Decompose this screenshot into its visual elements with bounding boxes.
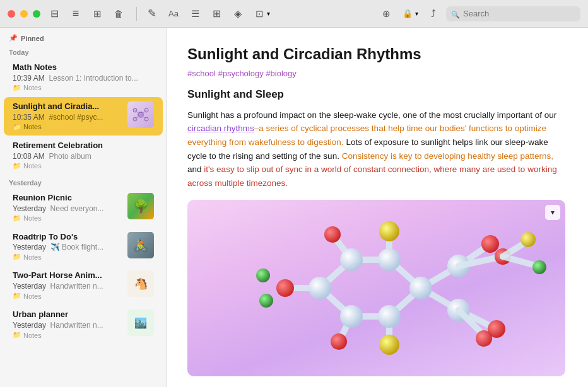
svg-point-36 — [331, 333, 347, 350]
body-highlight-1: Consistency is key to developing healthy… — [342, 151, 553, 161]
lock-chevron-icon: ▾ — [415, 10, 418, 17]
list-item[interactable]: Two-Part Horse Anim... Yesterday Handwri… — [4, 266, 163, 304]
folder-icon: 📁 — [13, 253, 21, 261]
note-title: Urban planner — [13, 309, 122, 320]
note-meta: Yesterday Handwritten n... — [13, 282, 122, 291]
checklist-icon[interactable] — [189, 8, 201, 20]
sidebar-toggle-icon[interactable] — [48, 8, 61, 20]
molecule-svg — [194, 203, 560, 373]
yesterday-label: Yesterday — [0, 175, 167, 188]
note-title: Reunion Picnic — [13, 193, 122, 204]
note-title: Retirement Celebration — [13, 141, 154, 151]
note-content: Sunlight and Circadian Rhythms #school #… — [167, 28, 588, 387]
minimize-button[interactable] — [20, 10, 28, 18]
svg-point-26 — [378, 248, 401, 271]
note-meta: 10:35 AM #school #psyc... — [13, 113, 122, 122]
note-folder: 📁 Notes — [13, 214, 122, 222]
format-icon[interactable] — [167, 8, 180, 20]
svg-point-44 — [476, 330, 492, 347]
note-main-title: Sunlight and Circadian Rhythms — [187, 45, 565, 64]
search-input[interactable] — [463, 9, 575, 18]
media-icon — [253, 8, 266, 20]
pin-icon: 📌 — [9, 34, 18, 42]
list-view-icon[interactable] — [69, 8, 82, 20]
maximize-button[interactable] — [33, 10, 40, 18]
list-item[interactable]: Sunlight and Ciradia... 10:35 AM #school… — [4, 97, 163, 136]
note-meta: 10:39 AM Lesson 1: Introduction to... — [13, 74, 154, 83]
list-item[interactable]: Reunion Picnic Yesterday Need everyon...… — [4, 188, 163, 227]
media-chevron-icon: ▾ — [267, 10, 270, 17]
note-folder: 📁 Notes — [13, 123, 122, 131]
search-box[interactable] — [446, 6, 580, 21]
expand-button[interactable]: ▾ — [545, 205, 560, 220]
folder-icon: 📁 — [13, 123, 21, 131]
note-folder: 📁 Notes — [13, 331, 122, 339]
note-folder: 📁 Notes — [13, 162, 154, 170]
note-meta: Yesterday Need everyon... — [13, 204, 122, 213]
compose-icon[interactable] — [146, 8, 158, 20]
note-toolbar: ▾ ▾ — [139, 8, 446, 20]
chemistry-thumbnail-svg — [129, 103, 153, 127]
list-item[interactable]: Urban planner Yesterday Handwritten n...… — [4, 305, 163, 344]
search-icon — [451, 8, 460, 20]
molecule-visualization — [187, 200, 565, 376]
toolbar-left — [48, 8, 125, 20]
note-folder: 📁 Notes — [13, 253, 122, 261]
svg-point-28 — [378, 305, 401, 328]
note-title: Sunlight and Ciradia... — [13, 101, 122, 112]
note-info: Retirement Celebration 10:08 AM Photo al… — [13, 141, 154, 170]
folder-icon: 📁 — [13, 292, 21, 300]
window-controls — [8, 10, 40, 18]
pinned-section-header: 📌 Pinned — [0, 28, 167, 45]
main-container: 📌 Pinned Today Math Notes 10:39 AM Lesso… — [0, 28, 588, 387]
note-thumbnail: 🚴 — [127, 232, 154, 258]
note-folder: 📁 Notes — [13, 84, 154, 92]
today-label: Today — [0, 45, 167, 57]
svg-point-27 — [340, 305, 363, 328]
note-info: Math Notes 10:39 AM Lesson 1: Introducti… — [13, 62, 154, 92]
svg-point-24 — [309, 277, 331, 299]
svg-point-25 — [340, 248, 363, 271]
svg-point-29 — [409, 277, 432, 299]
list-item[interactable]: Math Notes 10:39 AM Lesson 1: Introducti… — [4, 58, 163, 96]
svg-point-35 — [324, 226, 341, 243]
sidebar: 📌 Pinned Today Math Notes 10:39 AM Lesso… — [0, 28, 167, 387]
collaborate-icon[interactable] — [380, 8, 392, 20]
note-folder: 📁 Notes — [13, 292, 122, 300]
title-bar: ▾ ▾ — [0, 0, 588, 28]
svg-point-48 — [532, 260, 546, 274]
lock-icon — [401, 8, 414, 20]
note-thumbnail: 🏙️ — [127, 309, 154, 336]
note-section-title: Sunlight and Sleep — [187, 88, 565, 101]
svg-point-34 — [276, 279, 294, 297]
body-highlight-2: it's easy to slip out of sync in a world… — [187, 165, 557, 188]
body-text-4: and — [187, 165, 204, 174]
svg-point-40 — [259, 294, 273, 308]
lock-button[interactable]: ▾ — [401, 8, 418, 20]
svg-point-38 — [379, 335, 399, 355]
note-thumbnail: 🌳 — [127, 193, 154, 219]
note-info: Reunion Picnic Yesterday Need everyon...… — [13, 193, 122, 222]
svg-point-39 — [256, 269, 270, 282]
note-thumbnail: 🐴 — [127, 270, 154, 297]
share-icon[interactable] — [427, 8, 440, 20]
note-title: Two-Part Horse Anim... — [13, 270, 122, 281]
media-button[interactable]: ▾ — [253, 8, 270, 20]
list-item[interactable]: Roadtrip To Do's Yesterday ✈️ Book fligh… — [4, 228, 163, 266]
note-info: Sunlight and Ciradia... 10:35 AM #school… — [13, 101, 122, 131]
note-info: Two-Part Horse Anim... Yesterday Handwri… — [13, 270, 122, 300]
table-icon[interactable] — [210, 8, 223, 20]
delete-icon[interactable] — [112, 8, 125, 20]
note-body: Sunlight has a profound impact on the sl… — [187, 108, 565, 190]
note-title: Math Notes — [13, 62, 154, 73]
note-info: Urban planner Yesterday Handwritten n...… — [13, 309, 122, 339]
note-title: Roadtrip To Do's — [13, 232, 122, 243]
list-item[interactable]: Retirement Celebration 10:08 AM Photo al… — [4, 136, 163, 175]
note-meta: 10:08 AM Photo album — [13, 152, 154, 161]
audio-icon[interactable] — [232, 8, 244, 20]
grid-view-icon[interactable] — [91, 8, 103, 20]
close-button[interactable] — [8, 10, 15, 18]
note-info: Roadtrip To Do's Yesterday ✈️ Book fligh… — [13, 232, 122, 262]
note-tags: #school #psychology #biology — [187, 69, 565, 78]
toolbar-divider — [136, 7, 137, 21]
